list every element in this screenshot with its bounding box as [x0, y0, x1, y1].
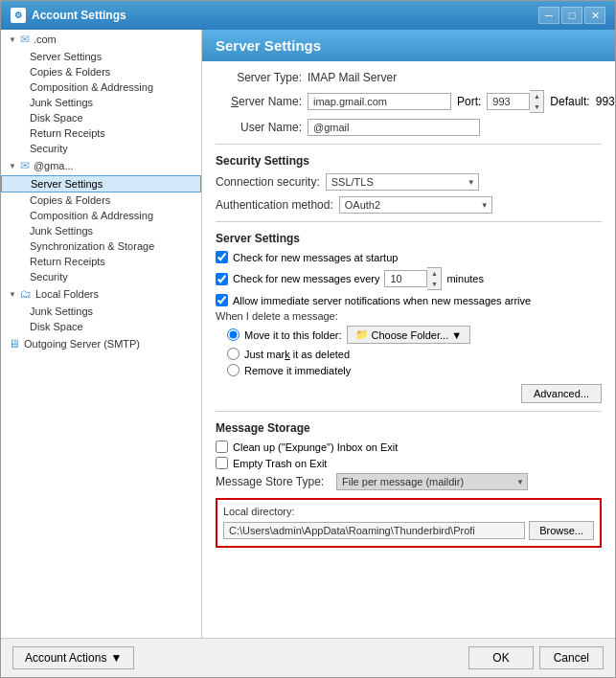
sidebar-item-copies-folders-2[interactable]: Copies & Folders [1, 192, 201, 208]
check-every-spinner: ▲ ▼ [384, 267, 442, 290]
account-actions-label: Account Actions [25, 651, 106, 665]
port-down-arrow[interactable]: ▼ [530, 102, 543, 112]
local-dir-section: Local directory: Browse... [216, 498, 602, 548]
just-mark-row: Just mark it as deleted [227, 348, 602, 360]
content-header: Server Settings [202, 30, 615, 61]
user-name-row: User Name: [216, 119, 602, 136]
email-icon-2: ✉ [20, 159, 30, 172]
user-name-label: User Name: [216, 121, 302, 134]
folder-icon: 🗂 [20, 287, 32, 301]
check-every-up[interactable]: ▲ [427, 268, 441, 279]
conn-security-select[interactable]: SSL/TLS [326, 173, 479, 191]
security-section-title: Security Settings [216, 154, 602, 168]
check-every-checkbox[interactable] [216, 273, 228, 285]
title-bar: ⚙ Account Settings ─ □ ✕ [1, 1, 615, 30]
default-value: 993 [596, 95, 615, 108]
ok-button[interactable]: OK [468, 646, 533, 669]
sidebar-item-composition-2[interactable]: Composition & Addressing [1, 208, 201, 223]
auth-method-row: Authentication method: OAuth2 [216, 196, 602, 214]
check-every-row: Check for new messages every ▲ ▼ minutes [216, 267, 602, 290]
sidebar-item-disk-1[interactable]: Disk Space [1, 110, 201, 125]
move-to-folder-label: Move it to this folder: [244, 329, 342, 341]
clean-up-label: Clean up ("Expunge") Inbox on Exit [233, 441, 398, 453]
account2-header[interactable]: ▼ ✉ @gma... [1, 156, 201, 175]
sidebar-item-return-1[interactable]: Return Receipts [1, 125, 201, 141]
conn-security-label: Connection security: [216, 175, 320, 189]
server-name-input[interactable] [308, 93, 451, 110]
remove-immediately-row: Remove it immediately [227, 364, 602, 376]
sidebar-item-composition-1[interactable]: Composition & Addressing [1, 79, 201, 95]
server-type-value: IMAP Mail Server [308, 71, 397, 84]
content-panel: Server Settings Server Type: IMAP Mail S… [202, 30, 615, 638]
check-startup-checkbox[interactable] [216, 251, 228, 263]
just-mark-radio[interactable] [227, 348, 240, 360]
ok-cancel-group: OK Cancel [468, 646, 604, 669]
cancel-button[interactable]: Cancel [539, 646, 604, 669]
empty-trash-row: Empty Trash on Exit [216, 457, 602, 469]
auth-method-select[interactable]: OAuth2 [339, 196, 492, 214]
sidebar-item-copies-folders-1[interactable]: Copies & Folders [1, 64, 201, 79]
sidebar-item-security-1[interactable]: Security [1, 141, 201, 156]
check-every-label: Check for new messages every [233, 273, 379, 284]
sidebar-item-junk-local[interactable]: Junk Settings [1, 304, 201, 319]
account1-header[interactable]: ▼ ✉ .com [1, 30, 201, 49]
local-folders-name: Local Folders [35, 288, 99, 300]
conn-security-wrapper: SSL/TLS [326, 173, 479, 191]
minimize-button[interactable]: ─ [538, 7, 559, 24]
port-input[interactable] [487, 93, 530, 110]
conn-security-row: Connection security: SSL/TLS [216, 173, 602, 191]
user-name-input[interactable] [308, 119, 480, 136]
window-title: Account Settings [32, 9, 126, 22]
content-title: Server Settings [216, 37, 321, 54]
server-name-row: Server Name: Port: ▲ ▼ Default: 993 [216, 90, 602, 113]
account1-group: ▼ ✉ .com Server Settings Copies & Folder… [1, 30, 201, 156]
local-dir-input[interactable] [223, 522, 525, 539]
store-type-select[interactable]: File per message (maildir) [336, 473, 528, 490]
sidebar-item-security-2[interactable]: Security [1, 269, 201, 284]
main-content: ▼ ✉ .com Server Settings Copies & Folder… [1, 30, 615, 638]
close-button[interactable]: ✕ [584, 7, 605, 24]
remove-immediately-radio[interactable] [227, 364, 240, 376]
email-icon: ✉ [20, 33, 30, 46]
server-type-label: Server Type: [216, 71, 302, 84]
local-folders-header[interactable]: ▼ 🗂 Local Folders [1, 284, 201, 304]
check-every-input[interactable] [384, 270, 427, 287]
divider-3 [216, 411, 602, 412]
allow-immediate-checkbox[interactable] [216, 294, 228, 306]
move-to-folder-radio[interactable] [227, 328, 240, 341]
title-bar-left: ⚙ Account Settings [11, 8, 126, 23]
sidebar-item-server-settings-1[interactable]: Server Settings [1, 49, 201, 64]
outgoing-server-header[interactable]: 🖥 Outgoing Server (SMTP) [1, 334, 201, 353]
browse-button[interactable]: Browse... [529, 521, 594, 540]
sidebar: ▼ ✉ .com Server Settings Copies & Folder… [1, 30, 202, 638]
advanced-button[interactable]: Advanced... [521, 384, 602, 403]
sidebar-item-disk-local[interactable]: Disk Space [1, 319, 201, 334]
empty-trash-checkbox[interactable] [216, 457, 228, 469]
window-icon: ⚙ [11, 8, 26, 23]
folder-icon-btn: 📁 [355, 328, 369, 341]
sidebar-item-sync-2[interactable]: Synchronization & Storage [1, 238, 201, 254]
message-storage-title: Message Storage [216, 421, 602, 435]
account-actions-button[interactable]: Account Actions ▼ [12, 646, 134, 669]
maximize-button[interactable]: □ [561, 7, 582, 24]
allow-immediate-row: Allow immediate server notifications whe… [216, 294, 602, 306]
sidebar-item-junk-1[interactable]: Junk Settings [1, 95, 201, 110]
chevron-down-icon: ▼ [9, 35, 16, 44]
move-to-folder-row: Move it to this folder: 📁 Choose Folder.… [227, 326, 602, 344]
sidebar-item-return-2[interactable]: Return Receipts [1, 254, 201, 269]
clean-up-checkbox[interactable] [216, 441, 228, 453]
bottom-bar: Account Actions ▼ OK Cancel [1, 638, 615, 677]
server-name-label: Server Name: [216, 95, 302, 108]
choose-folder-button[interactable]: 📁 Choose Folder... ▼ [347, 326, 471, 344]
check-startup-label: Check for new messages at startup [233, 252, 398, 263]
sidebar-item-junk-2[interactable]: Junk Settings [1, 223, 201, 238]
check-every-down[interactable]: ▼ [427, 279, 441, 289]
chevron-down-icon-2: ▼ [9, 162, 16, 170]
auth-method-wrapper: OAuth2 [339, 196, 492, 214]
check-every-arrows: ▲ ▼ [427, 267, 442, 290]
chevron-down-icon-3: ▼ [9, 290, 16, 299]
port-up-arrow[interactable]: ▲ [530, 91, 543, 102]
account-settings-window: ⚙ Account Settings ─ □ ✕ ▼ ✉ .com Server… [0, 0, 616, 678]
check-startup-row: Check for new messages at startup [216, 251, 602, 263]
sidebar-item-server-settings-2[interactable]: Server Settings [1, 175, 201, 192]
